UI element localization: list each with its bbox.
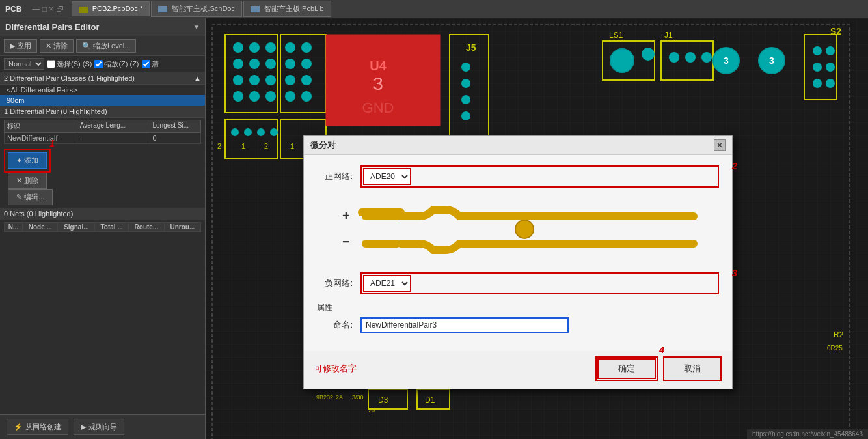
svg-text:D1: D1	[425, 395, 435, 404]
negative-net-container: ADE21 3	[360, 272, 719, 294]
clear-button[interactable]: ✕ 清除	[40, 39, 74, 53]
svg-point-39	[461, 95, 470, 104]
svg-point-27	[231, 128, 239, 136]
svg-point-22	[301, 59, 312, 69]
svg-point-24	[301, 75, 312, 85]
tab-pcbdoc[interactable]: PCB2.PcbDoc *	[72, 1, 150, 16]
ok-btn-outline: 确定	[595, 356, 658, 381]
delete-icon: ✕	[16, 177, 22, 185]
svg-point-40	[461, 111, 470, 120]
app-title: PCB	[5, 5, 21, 14]
zoom-button[interactable]: 🔍 缩放Level...	[76, 39, 136, 53]
svg-text:3: 3	[373, 74, 383, 94]
normal-select[interactable]: Normal	[4, 58, 44, 70]
pairs-table: 标识 Average Leng... Longest Si... NewDiff…	[0, 118, 205, 146]
edit-button[interactable]: ✎ 编辑...	[8, 189, 53, 205]
spacer	[0, 234, 205, 414]
properties-section: 属性 命名:	[317, 302, 719, 333]
col-longest: Longest Si...	[150, 120, 201, 132]
svg-point-28	[244, 128, 252, 136]
edit-icon: ✎	[16, 193, 22, 201]
row-label: NewDifferentialf	[5, 133, 77, 143]
svg-point-56	[826, 46, 835, 55]
zoom-checkbox: 缩放(Z) (Z)	[94, 59, 139, 69]
negative-net-select[interactable]: ADE21	[363, 275, 411, 292]
svg-point-30	[270, 128, 278, 136]
name-row: 命名:	[317, 317, 719, 333]
tab-pcblib[interactable]: 智能车主板.PcbLib	[243, 1, 331, 17]
add-button[interactable]: ✦ 添加	[8, 152, 47, 169]
svg-point-10	[233, 59, 243, 69]
row-longest: 0	[150, 133, 201, 143]
svg-text:2: 2	[217, 142, 221, 150]
lib-icon	[251, 6, 260, 12]
svg-point-13	[233, 75, 243, 85]
apply-button[interactable]: ▶ 应用	[4, 39, 37, 53]
panel-dropdown-arrow[interactable]: ▼	[193, 23, 200, 31]
name-input[interactable]	[360, 317, 569, 333]
ok-btn-container: 确定 4	[595, 356, 658, 381]
90om-item[interactable]: 90om	[0, 95, 205, 106]
dialog-title: 微分对	[310, 139, 336, 151]
svg-point-44	[642, 48, 655, 61]
pairs-table-header: 标识 Average Leng... Longest Si...	[4, 120, 201, 133]
name-label: 命名:	[317, 319, 353, 331]
svg-text:U4: U4	[370, 59, 387, 73]
attr-label: 属性	[317, 302, 719, 313]
col-label: 标识	[5, 120, 77, 132]
svg-text:9B232: 9B232	[316, 394, 333, 401]
ok-button[interactable]: 确定	[597, 358, 656, 379]
svg-text:3: 3	[724, 55, 729, 66]
svg-text:2: 2	[264, 142, 268, 150]
svg-point-26	[301, 91, 312, 102]
svg-text:0R25: 0R25	[827, 345, 843, 352]
svg-point-15	[265, 75, 276, 85]
cancel-button[interactable]: 取消	[663, 356, 722, 381]
add-btn-container: 1 ✦ 添加	[4, 149, 51, 173]
delete-button[interactable]: ✕ 删除	[8, 173, 47, 189]
positive-net-outline: ADE20	[360, 165, 719, 188]
rule-wizard-button[interactable]: ▶ 规则向导	[74, 419, 124, 435]
tab-schdoc[interactable]: 智能车主板.SchDoc	[151, 1, 242, 17]
svg-point-16	[233, 91, 243, 102]
nets-col-node: Node ...	[23, 223, 58, 232]
nets-table: N... Node ... Signal... Total ... Route.…	[0, 220, 205, 234]
action-area: 1 ✦ 添加 ✕ 删除 ✎ 编辑...	[0, 146, 205, 208]
sch-icon	[158, 6, 167, 12]
dp-symbol-svg: + −	[329, 201, 707, 259]
svg-text:−: −	[342, 234, 350, 249]
panel-header: Differential Pairs Editor ▼	[0, 18, 205, 36]
all-differential-pairs-item[interactable]: <All Differential Pairs>	[0, 85, 205, 95]
svg-point-29	[257, 128, 265, 136]
nets-col-n: N...	[5, 223, 23, 232]
create-from-net-button[interactable]: ⚡ 从网络创建	[7, 419, 68, 435]
pcb-canvas[interactable]: U4 3 GND J5 LS1 J1	[206, 18, 868, 439]
positive-net-container: ADE20 2	[360, 165, 719, 188]
pcb-icon	[79, 7, 88, 13]
add-icon: ✦	[16, 156, 22, 165]
svg-point-25	[285, 91, 295, 102]
svg-text:LS1: LS1	[609, 31, 623, 40]
row-avg: -	[77, 133, 150, 143]
tab-bar: PCB2.PcbDoc * 智能车主板.SchDoc 智能车主板.PcbLib	[72, 1, 331, 17]
svg-point-14	[249, 75, 260, 85]
dialog-title-bar: 微分对 ✕	[304, 136, 732, 155]
nets-col-total: Total ...	[95, 223, 129, 232]
svg-point-48	[685, 52, 696, 63]
svg-text:1: 1	[241, 142, 245, 150]
svg-point-59	[813, 79, 822, 88]
svg-point-19	[285, 42, 295, 53]
svg-text:D3: D3	[378, 395, 388, 404]
col-avg: Average Leng...	[77, 120, 150, 132]
dialog: 微分对 ✕ 正网络: ADE20 2	[303, 135, 733, 389]
svg-text:20: 20	[368, 407, 375, 414]
clear-icon: ✕	[46, 42, 51, 50]
annotation-2: 2	[732, 160, 737, 171]
positive-net-select[interactable]: ADE20	[363, 168, 411, 185]
svg-text:2A: 2A	[336, 394, 343, 401]
clear-checkbox: 清	[142, 59, 159, 69]
dialog-close-button[interactable]: ✕	[714, 139, 726, 151]
svg-rect-83	[362, 240, 401, 248]
svg-text:GND: GND	[362, 100, 394, 116]
panel-title: Differential Pairs Editor	[5, 22, 99, 32]
